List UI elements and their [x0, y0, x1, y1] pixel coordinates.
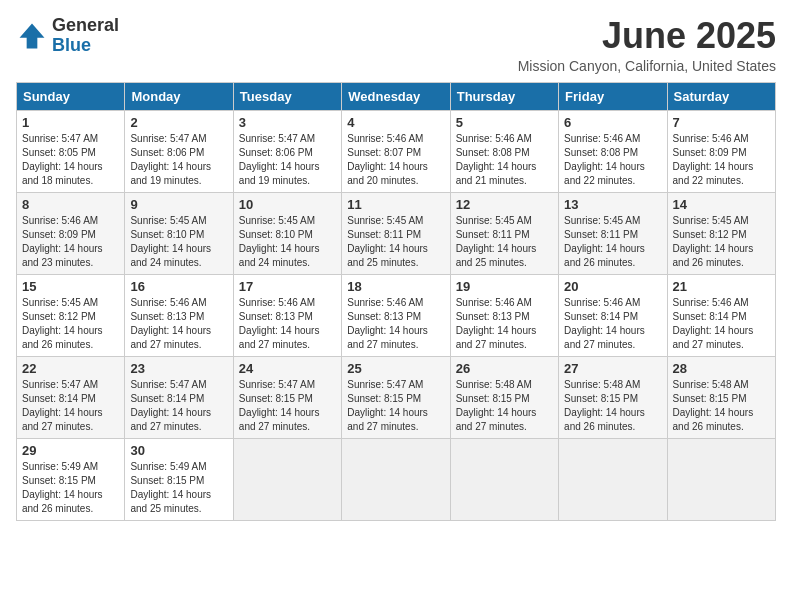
day-number: 18: [347, 279, 444, 294]
svg-marker-0: [20, 23, 45, 48]
day-info: Sunrise: 5:47 AM Sunset: 8:05 PM Dayligh…: [22, 132, 119, 188]
calendar-cell: 2 Sunrise: 5:47 AM Sunset: 8:06 PM Dayli…: [125, 110, 233, 192]
calendar-cell: 20 Sunrise: 5:46 AM Sunset: 8:14 PM Dayl…: [559, 274, 667, 356]
day-info: Sunrise: 5:45 AM Sunset: 8:12 PM Dayligh…: [673, 214, 770, 270]
calendar-cell: 16 Sunrise: 5:46 AM Sunset: 8:13 PM Dayl…: [125, 274, 233, 356]
calendar-cell: 13 Sunrise: 5:45 AM Sunset: 8:11 PM Dayl…: [559, 192, 667, 274]
calendar-cell: 3 Sunrise: 5:47 AM Sunset: 8:06 PM Dayli…: [233, 110, 341, 192]
day-info: Sunrise: 5:46 AM Sunset: 8:13 PM Dayligh…: [130, 296, 227, 352]
day-number: 14: [673, 197, 770, 212]
calendar-week-3: 15 Sunrise: 5:45 AM Sunset: 8:12 PM Dayl…: [17, 274, 776, 356]
calendar-cell: 5 Sunrise: 5:46 AM Sunset: 8:08 PM Dayli…: [450, 110, 558, 192]
day-info: Sunrise: 5:48 AM Sunset: 8:15 PM Dayligh…: [673, 378, 770, 434]
day-info: Sunrise: 5:46 AM Sunset: 8:08 PM Dayligh…: [456, 132, 553, 188]
day-number: 12: [456, 197, 553, 212]
day-number: 2: [130, 115, 227, 130]
calendar-week-5: 29 Sunrise: 5:49 AM Sunset: 8:15 PM Dayl…: [17, 438, 776, 520]
calendar-cell: [667, 438, 775, 520]
calendar-cell: 6 Sunrise: 5:46 AM Sunset: 8:08 PM Dayli…: [559, 110, 667, 192]
calendar-cell: 1 Sunrise: 5:47 AM Sunset: 8:05 PM Dayli…: [17, 110, 125, 192]
logo-text: General Blue: [52, 16, 119, 56]
calendar-cell: 15 Sunrise: 5:45 AM Sunset: 8:12 PM Dayl…: [17, 274, 125, 356]
calendar-cell: 9 Sunrise: 5:45 AM Sunset: 8:10 PM Dayli…: [125, 192, 233, 274]
calendar-cell: 26 Sunrise: 5:48 AM Sunset: 8:15 PM Dayl…: [450, 356, 558, 438]
day-number: 23: [130, 361, 227, 376]
location-subtitle: Mission Canyon, California, United State…: [518, 58, 776, 74]
day-number: 29: [22, 443, 119, 458]
day-number: 26: [456, 361, 553, 376]
day-info: Sunrise: 5:46 AM Sunset: 8:14 PM Dayligh…: [673, 296, 770, 352]
day-number: 30: [130, 443, 227, 458]
calendar-week-1: 1 Sunrise: 5:47 AM Sunset: 8:05 PM Dayli…: [17, 110, 776, 192]
logo: General Blue: [16, 16, 119, 56]
day-info: Sunrise: 5:46 AM Sunset: 8:13 PM Dayligh…: [347, 296, 444, 352]
day-info: Sunrise: 5:49 AM Sunset: 8:15 PM Dayligh…: [22, 460, 119, 516]
day-info: Sunrise: 5:46 AM Sunset: 8:09 PM Dayligh…: [673, 132, 770, 188]
logo-icon: [16, 20, 48, 52]
day-number: 4: [347, 115, 444, 130]
day-info: Sunrise: 5:45 AM Sunset: 8:12 PM Dayligh…: [22, 296, 119, 352]
day-number: 21: [673, 279, 770, 294]
day-info: Sunrise: 5:47 AM Sunset: 8:14 PM Dayligh…: [130, 378, 227, 434]
day-info: Sunrise: 5:46 AM Sunset: 8:09 PM Dayligh…: [22, 214, 119, 270]
day-number: 10: [239, 197, 336, 212]
calendar-cell: [559, 438, 667, 520]
calendar-cell: 7 Sunrise: 5:46 AM Sunset: 8:09 PM Dayli…: [667, 110, 775, 192]
day-number: 15: [22, 279, 119, 294]
day-number: 1: [22, 115, 119, 130]
weekday-header-thursday: Thursday: [450, 82, 558, 110]
calendar-cell: 4 Sunrise: 5:46 AM Sunset: 8:07 PM Dayli…: [342, 110, 450, 192]
day-number: 20: [564, 279, 661, 294]
day-number: 24: [239, 361, 336, 376]
day-number: 9: [130, 197, 227, 212]
calendar-cell: 22 Sunrise: 5:47 AM Sunset: 8:14 PM Dayl…: [17, 356, 125, 438]
day-number: 19: [456, 279, 553, 294]
logo-blue: Blue: [52, 35, 91, 55]
day-info: Sunrise: 5:47 AM Sunset: 8:14 PM Dayligh…: [22, 378, 119, 434]
day-info: Sunrise: 5:46 AM Sunset: 8:13 PM Dayligh…: [239, 296, 336, 352]
calendar-cell: 27 Sunrise: 5:48 AM Sunset: 8:15 PM Dayl…: [559, 356, 667, 438]
weekday-header-saturday: Saturday: [667, 82, 775, 110]
day-info: Sunrise: 5:49 AM Sunset: 8:15 PM Dayligh…: [130, 460, 227, 516]
calendar-cell: 10 Sunrise: 5:45 AM Sunset: 8:10 PM Dayl…: [233, 192, 341, 274]
day-info: Sunrise: 5:45 AM Sunset: 8:11 PM Dayligh…: [456, 214, 553, 270]
day-info: Sunrise: 5:45 AM Sunset: 8:11 PM Dayligh…: [347, 214, 444, 270]
calendar-cell: 23 Sunrise: 5:47 AM Sunset: 8:14 PM Dayl…: [125, 356, 233, 438]
day-number: 25: [347, 361, 444, 376]
weekday-header-sunday: Sunday: [17, 82, 125, 110]
calendar-cell: 11 Sunrise: 5:45 AM Sunset: 8:11 PM Dayl…: [342, 192, 450, 274]
day-info: Sunrise: 5:47 AM Sunset: 8:06 PM Dayligh…: [239, 132, 336, 188]
calendar-cell: 21 Sunrise: 5:46 AM Sunset: 8:14 PM Dayl…: [667, 274, 775, 356]
calendar-cell: 28 Sunrise: 5:48 AM Sunset: 8:15 PM Dayl…: [667, 356, 775, 438]
day-number: 8: [22, 197, 119, 212]
day-info: Sunrise: 5:48 AM Sunset: 8:15 PM Dayligh…: [564, 378, 661, 434]
day-number: 28: [673, 361, 770, 376]
day-info: Sunrise: 5:47 AM Sunset: 8:06 PM Dayligh…: [130, 132, 227, 188]
day-number: 22: [22, 361, 119, 376]
day-info: Sunrise: 5:48 AM Sunset: 8:15 PM Dayligh…: [456, 378, 553, 434]
day-number: 5: [456, 115, 553, 130]
calendar-cell: 8 Sunrise: 5:46 AM Sunset: 8:09 PM Dayli…: [17, 192, 125, 274]
day-info: Sunrise: 5:46 AM Sunset: 8:08 PM Dayligh…: [564, 132, 661, 188]
weekday-header-row: SundayMondayTuesdayWednesdayThursdayFrid…: [17, 82, 776, 110]
day-number: 13: [564, 197, 661, 212]
calendar-cell: 12 Sunrise: 5:45 AM Sunset: 8:11 PM Dayl…: [450, 192, 558, 274]
day-info: Sunrise: 5:46 AM Sunset: 8:07 PM Dayligh…: [347, 132, 444, 188]
day-info: Sunrise: 5:47 AM Sunset: 8:15 PM Dayligh…: [239, 378, 336, 434]
weekday-header-tuesday: Tuesday: [233, 82, 341, 110]
day-number: 3: [239, 115, 336, 130]
day-info: Sunrise: 5:45 AM Sunset: 8:10 PM Dayligh…: [239, 214, 336, 270]
day-number: 27: [564, 361, 661, 376]
day-number: 6: [564, 115, 661, 130]
calendar-cell: 14 Sunrise: 5:45 AM Sunset: 8:12 PM Dayl…: [667, 192, 775, 274]
day-number: 7: [673, 115, 770, 130]
calendar-cell: [233, 438, 341, 520]
day-info: Sunrise: 5:46 AM Sunset: 8:13 PM Dayligh…: [456, 296, 553, 352]
calendar-week-2: 8 Sunrise: 5:46 AM Sunset: 8:09 PM Dayli…: [17, 192, 776, 274]
calendar-cell: 17 Sunrise: 5:46 AM Sunset: 8:13 PM Dayl…: [233, 274, 341, 356]
month-title: June 2025: [518, 16, 776, 56]
calendar-cell: 25 Sunrise: 5:47 AM Sunset: 8:15 PM Dayl…: [342, 356, 450, 438]
title-block: June 2025 Mission Canyon, California, Un…: [518, 16, 776, 74]
day-info: Sunrise: 5:46 AM Sunset: 8:14 PM Dayligh…: [564, 296, 661, 352]
calendar-cell: 19 Sunrise: 5:46 AM Sunset: 8:13 PM Dayl…: [450, 274, 558, 356]
